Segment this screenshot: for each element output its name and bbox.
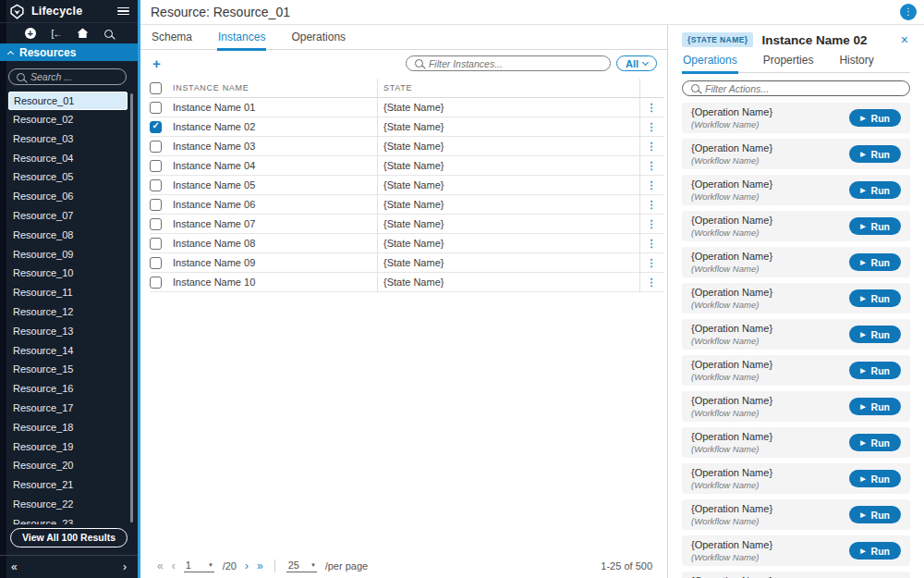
prev-page-button[interactable]: ‹ bbox=[172, 560, 176, 572]
resource-list-item[interactable]: Resource_23 bbox=[6, 514, 138, 524]
add-instance-button[interactable]: + bbox=[152, 56, 161, 70]
run-operation-button[interactable]: ▶ Run bbox=[849, 253, 901, 271]
row-checkbox[interactable] bbox=[150, 121, 162, 133]
row-checkbox[interactable] bbox=[150, 141, 162, 153]
first-page-button[interactable]: « bbox=[157, 560, 164, 572]
resource-list-item[interactable]: Resource_19 bbox=[6, 437, 138, 457]
resource-list-item[interactable]: Resource_03 bbox=[6, 129, 138, 149]
resource-list-item[interactable]: Resource_10 bbox=[6, 264, 138, 283]
resource-list-item[interactable]: Resource_12 bbox=[6, 302, 138, 322]
resource-list-item[interactable]: Resource_07 bbox=[6, 206, 138, 226]
resource-list-item[interactable]: Resource_15 bbox=[6, 360, 138, 379]
scope-filter-dropdown[interactable]: All bbox=[616, 55, 657, 71]
select-all-checkbox[interactable] bbox=[150, 82, 162, 94]
row-kebab-icon[interactable]: ⋮ bbox=[639, 160, 663, 172]
row-checkbox[interactable] bbox=[150, 257, 162, 269]
row-kebab-icon[interactable]: ⋮ bbox=[639, 179, 663, 191]
brand-name: Lifecycle bbox=[31, 5, 82, 18]
search-icon bbox=[17, 73, 25, 81]
row-kebab-icon[interactable]: ⋮ bbox=[639, 257, 663, 269]
filter-actions-input[interactable]: Filter Actions... bbox=[682, 80, 910, 96]
row-kebab-icon[interactable]: ⋮ bbox=[639, 218, 663, 230]
workflow-name: (Workflow Name) bbox=[691, 372, 772, 382]
page-number-select[interactable]: 1 ▾ bbox=[184, 560, 214, 572]
run-operation-button[interactable]: ▶ Run bbox=[849, 362, 901, 379]
instance-name-cell: Instance Name 05 bbox=[172, 179, 377, 191]
header-menu-button[interactable]: ⋮ bbox=[900, 4, 917, 20]
resource-list-item[interactable]: Resource_20 bbox=[6, 456, 138, 475]
row-kebab-icon[interactable]: ⋮ bbox=[639, 199, 663, 211]
play-icon: ▶ bbox=[860, 259, 865, 265]
resource-list-item[interactable]: Resource_08 bbox=[6, 226, 138, 245]
row-kebab-icon[interactable]: ⋮ bbox=[639, 121, 663, 133]
run-operation-button[interactable]: ▶ Run bbox=[849, 398, 901, 415]
operation-card: {Operation Name} (Workflow Name) ▶ Run bbox=[682, 355, 910, 386]
row-kebab-icon[interactable]: ⋮ bbox=[639, 238, 663, 250]
row-checkbox[interactable] bbox=[150, 179, 162, 191]
view-all-results-button[interactable]: View All 100 Results bbox=[10, 528, 128, 547]
row-checkbox[interactable] bbox=[150, 160, 162, 172]
hamburger-menu-icon[interactable] bbox=[117, 7, 129, 16]
run-operation-button[interactable]: ▶ Run bbox=[849, 434, 901, 451]
play-icon: ▶ bbox=[860, 187, 865, 193]
resource-list-item[interactable]: Resource_11 bbox=[6, 283, 138, 302]
resource-tab[interactable]: Schema bbox=[151, 31, 193, 51]
close-icon[interactable]: × bbox=[899, 33, 910, 46]
collapse-sidebar-icon[interactable]: « bbox=[11, 560, 18, 573]
resource-list-item[interactable]: Resource_01 bbox=[8, 92, 128, 110]
resource-list-item[interactable]: Resource_06 bbox=[6, 187, 138, 206]
resources-section-header[interactable]: Resources bbox=[0, 43, 138, 61]
search-icon[interactable] bbox=[104, 30, 113, 38]
resource-list-item[interactable]: Resource_05 bbox=[6, 167, 138, 187]
expand-sidebar-icon[interactable]: › bbox=[123, 560, 127, 573]
add-icon[interactable]: + bbox=[25, 28, 36, 39]
exit-icon[interactable]: [← bbox=[52, 29, 62, 39]
resource-list-item[interactable]: Resource_04 bbox=[6, 149, 138, 168]
home-icon[interactable] bbox=[77, 28, 89, 39]
resource-tab[interactable]: Instances bbox=[217, 31, 266, 51]
run-operation-button[interactable]: ▶ Run bbox=[849, 470, 901, 487]
resource-list-scrollbar[interactable] bbox=[130, 93, 133, 523]
workflow-name: (Workflow Name) bbox=[691, 191, 772, 202]
run-operation-button[interactable]: ▶ Run bbox=[849, 109, 901, 127]
resource-list-item[interactable]: Resource_18 bbox=[6, 418, 138, 437]
resource-list-item[interactable]: Resource_16 bbox=[6, 379, 138, 399]
filter-actions-placeholder: Filter Actions... bbox=[705, 83, 769, 94]
instance-table-row: Instance Name 07 {State Name} ⋮ bbox=[150, 215, 663, 234]
resource-tab[interactable]: Operations bbox=[290, 31, 346, 51]
row-kebab-icon[interactable]: ⋮ bbox=[639, 277, 663, 289]
detail-tab[interactable]: Operations bbox=[682, 54, 738, 74]
column-header-instance-name: INSTANCE NAME bbox=[172, 83, 377, 92]
row-checkbox[interactable] bbox=[150, 199, 162, 211]
resource-list-item[interactable]: Resource_21 bbox=[6, 475, 138, 495]
run-operation-button[interactable]: ▶ Run bbox=[849, 181, 901, 199]
resource-list-item[interactable]: Resource_02 bbox=[6, 110, 138, 129]
filter-instances-input[interactable]: Filter Instances... bbox=[406, 55, 611, 71]
resource-list-item[interactable]: Resource_13 bbox=[6, 322, 138, 341]
run-operation-button[interactable]: ▶ Run bbox=[849, 145, 901, 163]
run-operation-button[interactable]: ▶ Run bbox=[849, 217, 901, 235]
run-operation-button[interactable]: ▶ Run bbox=[849, 289, 901, 307]
row-kebab-icon[interactable]: ⋮ bbox=[639, 141, 663, 153]
detail-tab[interactable]: History bbox=[838, 54, 874, 74]
play-icon: ▶ bbox=[860, 295, 865, 301]
resource-search-input[interactable]: Search ... bbox=[8, 68, 127, 85]
run-operation-button[interactable]: ▶ Run bbox=[849, 326, 901, 343]
page-size-select[interactable]: 25 ▾ bbox=[286, 560, 317, 572]
row-checkbox[interactable] bbox=[150, 277, 162, 289]
page-header: Resource: Resource_01 ⋮ bbox=[140, 0, 924, 25]
row-checkbox[interactable] bbox=[150, 102, 162, 114]
run-operation-button[interactable]: ▶ Run bbox=[849, 542, 901, 560]
next-page-button[interactable]: › bbox=[245, 560, 249, 572]
run-operation-button[interactable]: ▶ Run bbox=[849, 506, 901, 523]
detail-tab[interactable]: Properties bbox=[762, 54, 815, 74]
resource-list-item[interactable]: Resource_22 bbox=[6, 495, 138, 514]
row-checkbox[interactable] bbox=[150, 238, 162, 250]
resource-list-item[interactable]: Resource_17 bbox=[6, 399, 138, 418]
resource-list-item[interactable]: Resource_14 bbox=[6, 341, 138, 361]
row-kebab-icon[interactable]: ⋮ bbox=[639, 102, 663, 114]
play-icon: ▶ bbox=[860, 511, 865, 518]
resource-list-item[interactable]: Resource_09 bbox=[6, 245, 138, 264]
last-page-button[interactable]: » bbox=[257, 560, 263, 572]
row-checkbox[interactable] bbox=[150, 218, 162, 230]
